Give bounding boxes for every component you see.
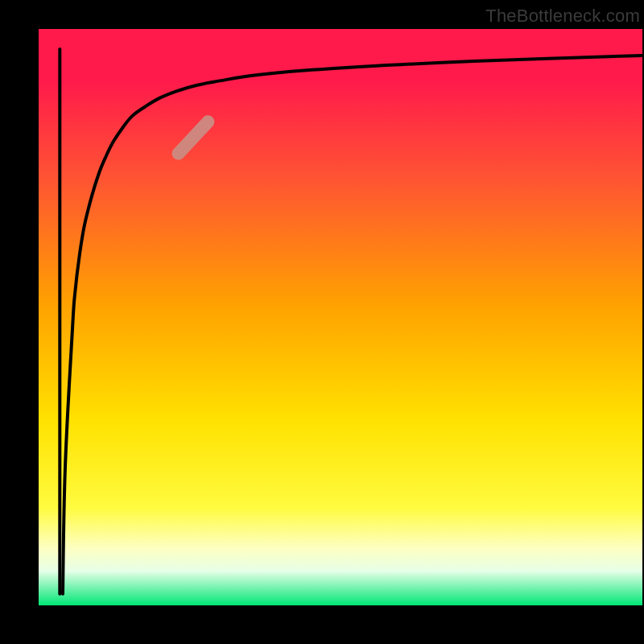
curve-highlight [169, 113, 217, 163]
plot-area [39, 29, 642, 605]
curve-overlay [39, 29, 642, 605]
chart-stage: TheBottleneck.com [0, 0, 644, 644]
watermark-text: TheBottleneck.com [485, 6, 640, 27]
series-bottleneck-curve [63, 56, 642, 594]
